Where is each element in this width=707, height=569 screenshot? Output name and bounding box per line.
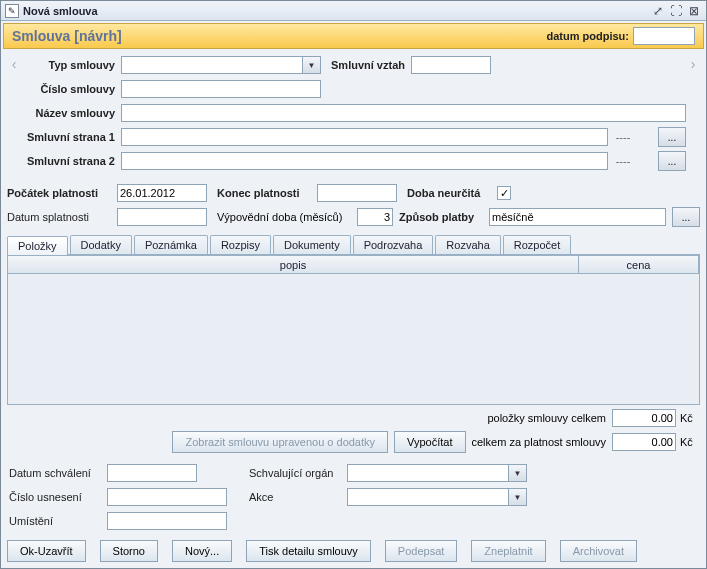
sign-date-label: datum podpisu: — [547, 30, 630, 42]
minimize-icon[interactable]: ⤢ — [650, 4, 666, 18]
neurc-label: Doba neurčitá — [407, 187, 497, 199]
strana1-input[interactable] — [121, 128, 608, 146]
konec-input[interactable] — [318, 185, 397, 201]
items-total-label: položky smlouvy celkem — [487, 412, 606, 424]
akce-combo[interactable]: ▼ — [347, 488, 527, 506]
akce-input[interactable] — [348, 489, 508, 505]
tab-polozky[interactable]: Položky — [7, 236, 68, 255]
document-icon: ✎ — [5, 4, 19, 18]
chevron-down-icon[interactable]: ▼ — [302, 57, 320, 73]
button-bar: Ok-Uzavřít Storno Nový... Tisk detailu s… — [7, 540, 700, 562]
window: ✎ Nová smlouva ⤢ ⛶ ⊠ Smlouva [návrh] dat… — [0, 0, 707, 569]
period-total-value[interactable] — [612, 433, 676, 451]
typ-smlouvy-combo[interactable]: ▼ — [121, 56, 321, 74]
strana2-dash: ---- — [608, 155, 638, 167]
archivovat-button[interactable]: Archivovat — [560, 540, 637, 562]
zneplatnit-button[interactable]: Zneplatnit — [471, 540, 545, 562]
splatnost-date[interactable]: ▼ — [117, 208, 207, 226]
pocatek-input[interactable] — [118, 185, 207, 201]
next-icon[interactable]: › — [686, 55, 700, 73]
tab-rozpisy[interactable]: Rozpisy — [210, 235, 271, 254]
usneseni-label: Číslo usnesení — [7, 491, 107, 503]
novy-button[interactable]: Nový... — [172, 540, 232, 562]
strana1-browse-button[interactable]: ... — [658, 127, 686, 147]
storno-button[interactable]: Storno — [100, 540, 158, 562]
neurc-checkbox[interactable]: ✓ — [497, 186, 511, 200]
konec-label: Konec platnosti — [217, 187, 317, 199]
tab-poznamka[interactable]: Poznámka — [134, 235, 208, 254]
tab-rozpocet[interactable]: Rozpočet — [503, 235, 571, 254]
organ-label: Schvalující orgán — [247, 467, 347, 479]
nazev-smlouvy-input[interactable] — [121, 104, 686, 122]
items-total-value[interactable] — [612, 409, 676, 427]
smluvni-vztah-input[interactable] — [412, 57, 491, 73]
strana2-browse-button[interactable]: ... — [658, 151, 686, 171]
pocatek-label: Počátek platnosti — [7, 187, 117, 199]
sign-date-input[interactable] — [633, 27, 695, 45]
tab-dokumenty[interactable]: Dokumenty — [273, 235, 351, 254]
podepsat-button[interactable]: Podepsat — [385, 540, 457, 562]
header-strip: Smlouva [návrh] datum podpisu: — [3, 23, 704, 49]
datum-schvaleni-label: Datum schválení — [7, 467, 107, 479]
prev-icon[interactable]: ‹ — [7, 55, 21, 73]
splatnost-input[interactable] — [118, 209, 207, 225]
tab-rozvaha[interactable]: Rozvaha — [435, 235, 500, 254]
tab-dodatky[interactable]: Dodatky — [70, 235, 132, 254]
vypovedni-label: Výpovědní doba (měsíců) — [217, 211, 357, 223]
typ-smlouvy-label: Typ smlouvy — [21, 59, 121, 71]
umisteni-label: Umístění — [7, 515, 107, 527]
nazev-smlouvy-label: Název smlouvy — [21, 107, 121, 119]
tab-podrozvaha[interactable]: Podrozvaha — [353, 235, 434, 254]
period-total-label: celkem za platnost smlouvy — [472, 436, 607, 448]
umisteni-input[interactable] — [107, 512, 227, 530]
maximize-icon[interactable]: ⛶ — [668, 4, 684, 18]
period-total-unit: Kč — [680, 436, 700, 448]
grid-body[interactable] — [8, 274, 699, 404]
strana1-label: Smluvní strana 1 — [21, 131, 121, 143]
vypovedni-input[interactable] — [357, 208, 393, 226]
zpusob-browse-button[interactable]: ... — [672, 207, 700, 227]
chevron-down-icon[interactable]: ▼ — [508, 465, 526, 481]
smluvni-vztah-combo[interactable]: ▼ — [411, 56, 491, 74]
smluvni-vztah-label: Smluvní vztah — [321, 59, 411, 71]
chevron-down-icon[interactable]: ▼ — [508, 489, 526, 505]
konec-date[interactable]: ▼ — [317, 184, 397, 202]
ok-button[interactable]: Ok-Uzavřít — [7, 540, 86, 562]
zpusob-input[interactable] — [489, 208, 666, 226]
grid-header: popis cena — [8, 256, 699, 274]
strana1-dash: ---- — [608, 131, 638, 143]
col-popis[interactable]: popis — [8, 256, 579, 273]
splatnost-label: Datum splatnosti — [7, 211, 117, 223]
organ-input[interactable] — [348, 465, 508, 481]
zpusob-label: Způsob platby — [399, 211, 489, 223]
cislo-smlouvy-input[interactable] — [121, 80, 321, 98]
typ-smlouvy-input[interactable] — [122, 57, 302, 73]
col-cena[interactable]: cena — [579, 256, 699, 273]
akce-label: Akce — [247, 491, 347, 503]
items-total-unit: Kč — [680, 412, 700, 424]
tisk-button[interactable]: Tisk detailu smlouvy — [246, 540, 371, 562]
datum-schvaleni-input[interactable] — [108, 465, 197, 481]
tabs: Položky Dodatky Poznámka Rozpisy Dokumen… — [7, 235, 700, 255]
calculate-button[interactable]: Vypočítat — [394, 431, 465, 453]
strana2-label: Smluvní strana 2 — [21, 155, 121, 167]
strana2-input[interactable] — [121, 152, 608, 170]
titlebar: ✎ Nová smlouva ⤢ ⛶ ⊠ — [1, 1, 706, 21]
window-title: Nová smlouva — [23, 5, 648, 17]
cislo-smlouvy-label: Číslo smlouvy — [21, 83, 121, 95]
page-title: Smlouva [návrh] — [12, 28, 547, 44]
organ-combo[interactable]: ▼ — [347, 464, 527, 482]
show-adjusted-button[interactable]: Zobrazit smlouvu upravenou o dodatky — [172, 431, 388, 453]
items-grid[interactable]: popis cena — [7, 255, 700, 405]
datum-schvaleni-combo[interactable]: ▼ — [107, 464, 197, 482]
pocatek-date[interactable]: ▼ — [117, 184, 207, 202]
close-icon[interactable]: ⊠ — [686, 4, 702, 18]
usneseni-input[interactable] — [107, 488, 227, 506]
